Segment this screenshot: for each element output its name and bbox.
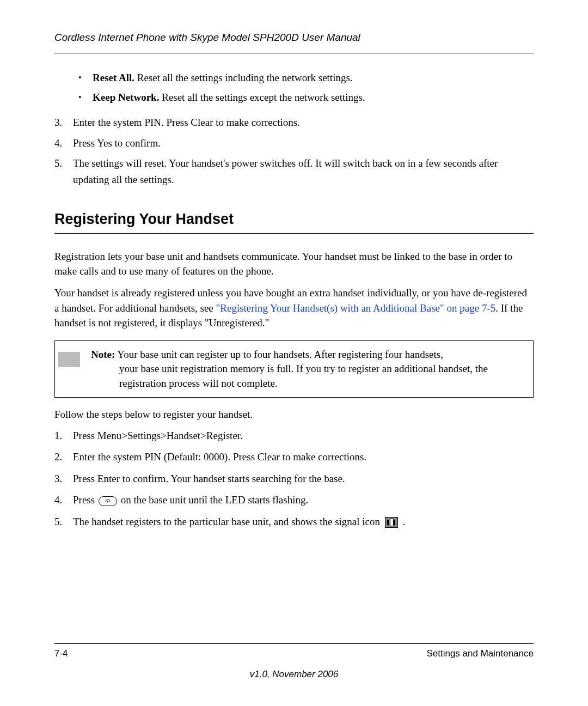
list-item: Press on the base unit until the LED sta… [73,492,534,508]
list-item: Enter the system PIN (Default: 0000). Pr… [73,449,534,465]
section-heading: Registering Your Handset [54,209,534,234]
page-header: Cordless Internet Phone with Skype Model… [54,31,534,53]
bullet-text: Reset all the settings including the net… [134,72,353,83]
chapter-title: Settings and Maintenance [426,647,534,660]
page-number: 7-4 [54,647,68,660]
note-text-cell: Note: Your base unit can register up to … [91,340,534,398]
list-item: Press Menu>Settings>Handset>Register. [73,428,534,443]
list-item: Reset All. Reset all the settings includ… [93,70,534,86]
reset-option-list: Reset All. Reset all the settings includ… [54,70,534,106]
list-item: Enter the system PIN. Press Clear to mak… [73,114,534,130]
paragraph: Your handset is already registered unles… [54,285,534,331]
note-label: Note: [91,349,115,360]
page-footer: 7-4 Settings and Maintenance v1.0, Novem… [54,643,534,681]
svg-point-0 [107,501,108,502]
list-item: Press Yes to confirm. [73,135,534,151]
list-item: Keep Network. Reset all the settings exc… [93,89,534,106]
note-text-line: your base unit registration memory is fu… [91,362,525,391]
cross-reference-link[interactable]: "Registering Your Handset(s) with an Add… [216,302,496,314]
note-box: Note: Your base unit can register up to … [54,340,534,398]
list-item: Press Enter to confirm. Your handset sta… [73,471,534,486]
register-steps-list: Press Menu>Settings>Handset>Register. En… [54,428,534,530]
paging-button-icon [99,496,117,506]
paragraph: Registration lets your base unit and han… [54,249,534,279]
signal-strength-icon [385,517,398,528]
step-text: on the base unit until the LED starts fl… [118,494,308,506]
list-item: The settings will reset. Your handset's … [73,155,534,187]
step-text: . [400,516,406,527]
list-item: The handset registers to the particular … [73,514,534,530]
bullet-text: Reset all the settings except the networ… [159,92,365,103]
reset-steps-list: Enter the system PIN. Press Clear to mak… [54,114,534,187]
paragraph: Follow the steps below to register your … [54,407,534,422]
bullet-bold: Keep Network. [93,92,159,103]
note-icon [58,352,80,367]
bullet-bold: Reset All. [93,72,134,83]
note-icon-cell [55,340,91,398]
note-text-line: Your base unit can register up to four h… [115,349,443,360]
version-text: v1.0, November 2006 [54,668,534,681]
step-text: Press [73,494,97,506]
step-text: The handset registers to the particular … [73,516,383,527]
